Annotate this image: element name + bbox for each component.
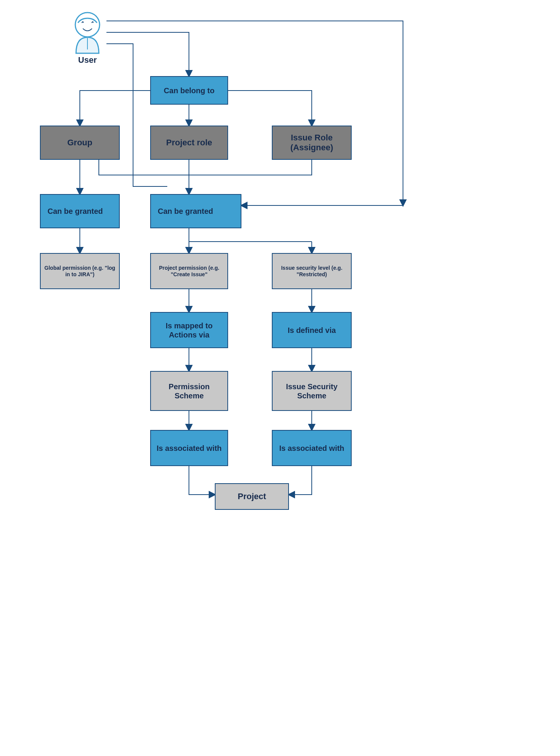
node-is-defined-via: Is defined via xyxy=(272,312,352,348)
node-issue-security-level: Issue security level (e.g. "Restricted) xyxy=(272,253,352,289)
node-issue-role: Issue Role (Assignee) xyxy=(272,126,352,160)
user-icon xyxy=(75,13,100,53)
node-can-be-granted-left: Can be granted xyxy=(40,194,120,228)
node-project-role: Project role xyxy=(150,126,228,160)
node-project: Project xyxy=(215,483,289,510)
node-permission-scheme: Permission Scheme xyxy=(150,371,228,411)
svg-point-0 xyxy=(75,13,100,37)
node-global-permission: Global permission (e.g. "log in to JIRA"… xyxy=(40,253,120,289)
node-can-belong-to: Can belong to xyxy=(150,76,228,105)
node-issue-security-scheme: Issue Security Scheme xyxy=(272,371,352,411)
node-is-associated-with-right: Is associated with xyxy=(272,430,352,466)
node-can-be-granted-mid: Can be granted xyxy=(150,194,241,228)
node-project-permission: Project permission (e.g. "Create Issue" xyxy=(150,253,228,289)
user-label: User xyxy=(70,55,105,65)
node-is-associated-with-left: Is associated with xyxy=(150,430,228,466)
diagram-canvas: User Can belong to Group Project role Is… xyxy=(0,0,560,756)
node-is-mapped-to: Is mapped to Actions via xyxy=(150,312,228,348)
node-group: Group xyxy=(40,126,120,160)
